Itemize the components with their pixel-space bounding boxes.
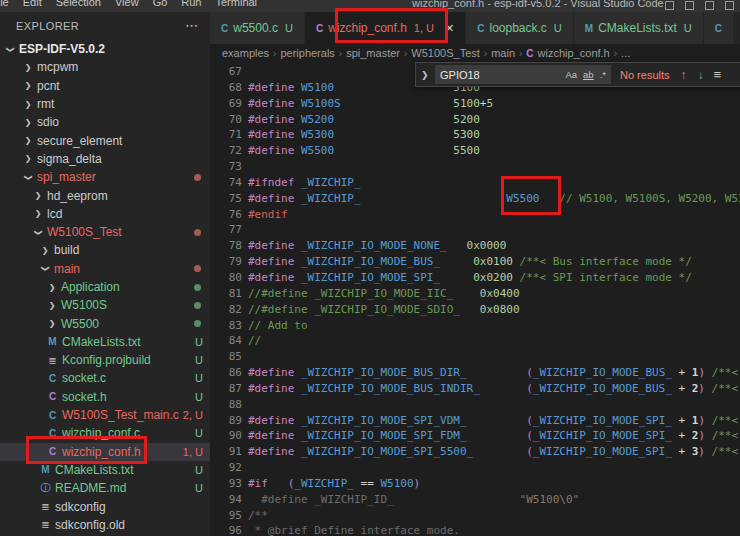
modified-dot-badge: [194, 320, 201, 327]
code-line[interactable]: 87#define _WIZCHIP_IO_MODE_BUS_INDIR_ (_…: [210, 381, 740, 397]
code-line[interactable]: 73: [210, 159, 740, 175]
code-line[interactable]: 88: [210, 397, 740, 413]
folder-item-w5100s[interactable]: ❯W5100S: [0, 296, 210, 314]
tab-w5500.c[interactable]: Cw5500.cU: [210, 12, 305, 44]
code-line[interactable]: 94 #define _WIZCHIP_ID_ "W5100\0": [210, 492, 740, 508]
folder-item-rmt[interactable]: ❯rmt: [0, 95, 210, 113]
code-line[interactable]: 95/**: [210, 508, 740, 524]
menu-item-run[interactable]: Run: [174, 0, 208, 8]
folder-item-main[interactable]: ❯main: [0, 260, 210, 278]
whole-word-icon[interactable]: ab: [583, 69, 594, 80]
explorer-more-actions-icon[interactable]: ⋯: [185, 21, 198, 31]
tab-CMakeLists.txt[interactable]: MCMakeLists.txtU: [574, 12, 704, 44]
breadcrumb-item[interactable]: peripherals: [280, 47, 334, 59]
folder-item-hd_eeprom[interactable]: ❯hd_eeprom: [0, 186, 210, 204]
folder-item-application[interactable]: ❯Application: [0, 278, 210, 296]
code-line[interactable]: 78#define _WIZCHIP_IO_MODE_NONE_ 0x0000: [210, 238, 740, 254]
folder-item-mcpwm[interactable]: ❯mcpwm: [0, 58, 210, 76]
file-item-readme.md[interactable]: ⓘREADME.mdU: [0, 479, 210, 497]
code-text: #define _WIZCHIP_IO_MODE_NONE_ 0x0000: [248, 238, 506, 254]
customize-layout-icon[interactable]: [725, 1, 734, 10]
code-line[interactable]: 92: [210, 460, 740, 476]
menu-item-selection[interactable]: Selection: [49, 0, 108, 8]
code-line[interactable]: 70#define W5200 5200: [210, 112, 740, 128]
tab-loopback.c[interactable]: Cloopback.cU: [466, 12, 574, 44]
next-match-icon[interactable]: ↓: [698, 68, 704, 82]
previous-match-icon[interactable]: ↑: [681, 68, 687, 82]
breadcrumb-item[interactable]: wizchip_conf.h: [538, 47, 610, 59]
breadcrumb-item[interactable]: ...: [621, 47, 630, 59]
chevron-icon: ❯: [46, 283, 58, 292]
breadcrumb-item[interactable]: spi_master: [346, 47, 400, 59]
code-line[interactable]: 74#ifndef _WIZCHIP_: [210, 175, 740, 191]
chevron-icon: ❯: [22, 136, 34, 145]
code-text: #define _WIZCHIP_ W5500 // W5100, W5100S…: [248, 191, 740, 207]
menu-item-terminal[interactable]: Terminal: [209, 0, 265, 8]
breadcrumb-item[interactable]: W5100S_Test: [411, 47, 479, 59]
file-item-sdkconfig[interactable]: ≣sdkconfig: [0, 497, 210, 515]
annotation-box-code: [501, 176, 561, 215]
code-line[interactable]: 72#define W5500 5500: [210, 143, 740, 159]
file-type-icon: M: [46, 336, 59, 347]
line-number: 68: [210, 80, 242, 96]
code-line[interactable]: 96 * @brief Define interface mode.: [210, 523, 740, 536]
item-label: hd_eeprom: [47, 189, 108, 203]
code-line[interactable]: 80#define _WIZCHIP_IO_MODE_SPI_ 0x0200 /…: [210, 270, 740, 286]
code-line[interactable]: 85: [210, 349, 740, 365]
folder-item-lcd[interactable]: ❯lcd: [0, 205, 210, 223]
code-editor[interactable]: 6768#define W5100 510069#define W5100S 5…: [210, 62, 740, 536]
breadcrumb-item[interactable]: examples: [222, 47, 269, 59]
file-item-socket.c[interactable]: Csocket.cU: [0, 369, 210, 387]
code-line[interactable]: 81//#define _WIZCHIP_IO_MODE_IIC_ 0x0400: [210, 286, 740, 302]
code-line[interactable]: 91#define _WIZCHIP_IO_MODE_SPI_5500_ (_W…: [210, 444, 740, 460]
folder-item-pcnt[interactable]: ❯pcnt: [0, 77, 210, 95]
tab-partial[interactable]: C: [704, 12, 734, 44]
code-line[interactable]: 90#define _WIZCHIP_IO_MODE_SPI_FDM_ (_WI…: [210, 428, 740, 444]
menu-item-view[interactable]: View: [108, 0, 146, 8]
split-editor-icon[interactable]: [705, 1, 714, 10]
menu-item-go[interactable]: Go: [146, 0, 175, 8]
folder-item-w5100s_test[interactable]: ❯W5100S_Test: [0, 223, 210, 241]
git-status-badge: U: [195, 464, 203, 476]
code-line[interactable]: 77: [210, 222, 740, 238]
file-item-sdkconfig.old[interactable]: ≣sdkconfig.old: [0, 516, 210, 534]
file-item-w5100s_test_main.c[interactable]: CW5100S_Test_main.c2, U: [0, 406, 210, 424]
toggle-panel-icon[interactable]: [685, 1, 694, 10]
folder-item-w5500[interactable]: ❯W5500: [0, 314, 210, 332]
find-input[interactable]: [440, 69, 559, 81]
menu-item-file[interactable]: File: [0, 0, 16, 8]
code-line[interactable]: 83// Add to: [210, 318, 740, 334]
toggle-sidebar-icon[interactable]: [665, 1, 674, 10]
code-line[interactable]: 69#define W5100S 5100+5: [210, 96, 740, 112]
toggle-replace-icon[interactable]: ❯: [421, 70, 431, 80]
code-text: /**: [248, 508, 268, 524]
match-case-icon[interactable]: Aa: [565, 69, 577, 80]
menu-item-edit[interactable]: Edit: [16, 0, 49, 8]
code-line[interactable]: 89#define _WIZCHIP_IO_MODE_SPI_VDM_ (_WI…: [210, 413, 740, 429]
file-item-socket.h[interactable]: Csocket.hU: [0, 388, 210, 406]
line-number: 67: [210, 64, 242, 80]
annotation-box-tree: [26, 436, 147, 464]
folder-item-spi_master[interactable]: ❯spi_master: [0, 168, 210, 186]
code-line[interactable]: 93#if (_WIZCHIP_ == W5100): [210, 476, 740, 492]
code-line[interactable]: 79#define _WIZCHIP_IO_MODE_BUS_ 0x0100 /…: [210, 254, 740, 270]
folder-item-build[interactable]: ❯build: [0, 241, 210, 259]
find-input-box: Aa ab .*: [435, 65, 611, 84]
folder-item-secure_element[interactable]: ❯secure_element: [0, 131, 210, 149]
line-number: 72: [210, 143, 242, 159]
regex-icon[interactable]: .*: [600, 69, 606, 80]
breadcrumb-item[interactable]: main: [491, 47, 515, 59]
file-item-kconfig.projbuild[interactable]: ≣Kconfig.projbuildU: [0, 351, 210, 369]
code-line[interactable]: 76#endif: [210, 207, 740, 223]
code-text: // Add to: [248, 318, 308, 334]
code-line[interactable]: 82//#define _WIZCHIP_IO_MODE_SDIO_ 0x080…: [210, 302, 740, 318]
folder-item-esp-idf-v5.0.2[interactable]: ❯ESP-IDF-V5.0.2: [0, 40, 210, 58]
folder-item-sdio[interactable]: ❯sdio: [0, 113, 210, 131]
folder-item-sigma_delta[interactable]: ❯sigma_delta: [0, 150, 210, 168]
code-line[interactable]: 86#define _WIZCHIP_IO_MODE_BUS_DIR_ (_WI…: [210, 365, 740, 381]
code-line[interactable]: 84//: [210, 333, 740, 349]
file-item-cmakelists.txt[interactable]: MCMakeLists.txtU: [0, 333, 210, 351]
code-line[interactable]: 71#define W5300 5300: [210, 127, 740, 143]
find-in-selection-icon[interactable]: ≡: [714, 67, 722, 82]
code-line[interactable]: 75#define _WIZCHIP_ W5500 // W5100, W510…: [210, 191, 740, 207]
